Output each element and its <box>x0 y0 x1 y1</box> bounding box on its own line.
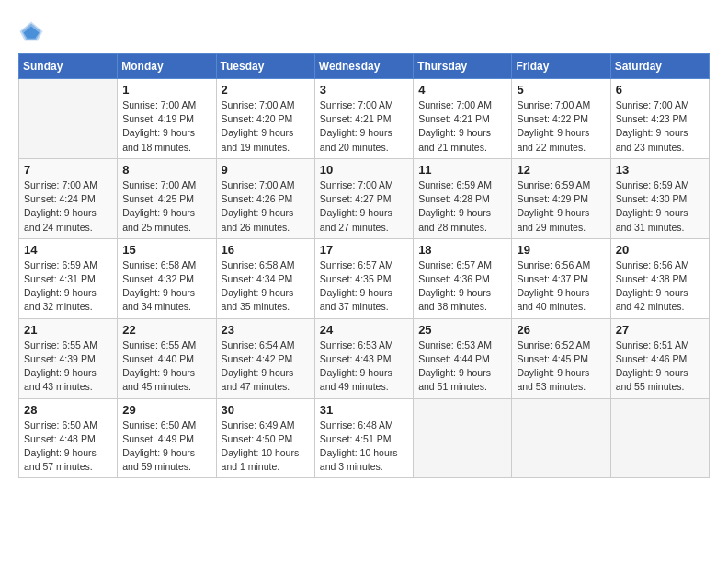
day-info: Sunrise: 7:00 AM Sunset: 4:27 PM Dayligh… <box>320 178 408 235</box>
day-info: Sunrise: 6:59 AM Sunset: 4:31 PM Dayligh… <box>24 259 112 315</box>
calendar-week-row: 7Sunrise: 7:00 AM Sunset: 4:24 PM Daylig… <box>19 158 710 238</box>
day-number: 28 <box>24 403 112 417</box>
day-number: 15 <box>122 243 210 257</box>
calendar-cell: 22Sunrise: 6:55 AM Sunset: 4:40 PM Dayli… <box>118 318 216 398</box>
calendar-cell: 4Sunrise: 7:00 AM Sunset: 4:21 PM Daylig… <box>414 79 512 159</box>
day-number: 11 <box>418 163 506 177</box>
calendar-cell: 29Sunrise: 6:50 AM Sunset: 4:49 PM Dayli… <box>118 398 216 478</box>
day-info: Sunrise: 6:53 AM Sunset: 4:43 PM Dayligh… <box>320 339 408 395</box>
day-info: Sunrise: 7:00 AM Sunset: 4:26 PM Dayligh… <box>222 178 310 235</box>
day-info: Sunrise: 6:50 AM Sunset: 4:49 PM Dayligh… <box>122 419 210 475</box>
calendar-cell: 21Sunrise: 6:55 AM Sunset: 4:39 PM Dayli… <box>19 318 118 398</box>
day-info: Sunrise: 6:55 AM Sunset: 4:39 PM Dayligh… <box>24 339 112 395</box>
calendar-cell: 3Sunrise: 7:00 AM Sunset: 4:21 PM Daylig… <box>314 79 413 159</box>
calendar-week-row: 14Sunrise: 6:59 AM Sunset: 4:31 PM Dayli… <box>19 238 710 318</box>
day-number: 29 <box>122 403 210 417</box>
day-info: Sunrise: 7:00 AM Sunset: 4:19 PM Dayligh… <box>122 98 210 155</box>
calendar-cell: 15Sunrise: 6:58 AM Sunset: 4:32 PM Dayli… <box>118 238 216 318</box>
day-info: Sunrise: 6:54 AM Sunset: 4:42 PM Dayligh… <box>222 339 310 395</box>
day-number: 1 <box>122 83 210 97</box>
day-info: Sunrise: 6:53 AM Sunset: 4:44 PM Dayligh… <box>418 339 506 395</box>
day-header-friday: Friday <box>512 54 610 79</box>
day-header-monday: Monday <box>118 54 216 79</box>
day-info: Sunrise: 6:57 AM Sunset: 4:35 PM Dayligh… <box>320 259 408 315</box>
day-info: Sunrise: 6:58 AM Sunset: 4:34 PM Dayligh… <box>222 259 310 315</box>
calendar-cell: 7Sunrise: 7:00 AM Sunset: 4:24 PM Daylig… <box>19 158 118 238</box>
calendar-week-row: 21Sunrise: 6:55 AM Sunset: 4:39 PM Dayli… <box>19 318 710 398</box>
day-number: 18 <box>418 243 506 257</box>
calendar-cell: 8Sunrise: 7:00 AM Sunset: 4:25 PM Daylig… <box>118 158 216 238</box>
calendar-table: SundayMondayTuesdayWednesdayThursdayFrid… <box>18 53 710 478</box>
calendar-cell: 12Sunrise: 6:59 AM Sunset: 4:29 PM Dayli… <box>512 158 610 238</box>
day-number: 23 <box>222 323 310 337</box>
day-info: Sunrise: 6:59 AM Sunset: 4:30 PM Dayligh… <box>616 178 704 235</box>
calendar-cell: 26Sunrise: 6:52 AM Sunset: 4:45 PM Dayli… <box>512 318 610 398</box>
day-number: 21 <box>24 323 112 337</box>
day-info: Sunrise: 6:51 AM Sunset: 4:46 PM Dayligh… <box>616 339 704 395</box>
day-number: 24 <box>320 323 408 337</box>
day-number: 31 <box>320 403 408 417</box>
day-info: Sunrise: 6:55 AM Sunset: 4:40 PM Dayligh… <box>122 339 210 395</box>
day-number: 19 <box>517 243 605 257</box>
calendar-cell: 25Sunrise: 6:53 AM Sunset: 4:44 PM Dayli… <box>414 318 512 398</box>
day-number: 3 <box>320 83 408 97</box>
calendar-cell: 11Sunrise: 6:59 AM Sunset: 4:28 PM Dayli… <box>414 158 512 238</box>
day-number: 14 <box>24 243 112 257</box>
calendar-cell: 6Sunrise: 7:00 AM Sunset: 4:23 PM Daylig… <box>610 79 709 159</box>
calendar-cell: 20Sunrise: 6:56 AM Sunset: 4:38 PM Dayli… <box>610 238 709 318</box>
day-info: Sunrise: 7:00 AM Sunset: 4:25 PM Dayligh… <box>122 178 210 235</box>
day-info: Sunrise: 6:58 AM Sunset: 4:32 PM Dayligh… <box>122 259 210 315</box>
day-info: Sunrise: 6:52 AM Sunset: 4:45 PM Dayligh… <box>517 339 605 395</box>
calendar-cell: 5Sunrise: 7:00 AM Sunset: 4:22 PM Daylig… <box>512 79 610 159</box>
calendar-cell: 10Sunrise: 7:00 AM Sunset: 4:27 PM Dayli… <box>314 158 413 238</box>
calendar-cell <box>512 398 610 478</box>
calendar-cell: 24Sunrise: 6:53 AM Sunset: 4:43 PM Dayli… <box>314 318 413 398</box>
calendar-cell: 31Sunrise: 6:48 AM Sunset: 4:51 PM Dayli… <box>314 398 413 478</box>
day-number: 17 <box>320 243 408 257</box>
day-info: Sunrise: 6:50 AM Sunset: 4:48 PM Dayligh… <box>24 419 112 475</box>
day-info: Sunrise: 6:56 AM Sunset: 4:38 PM Dayligh… <box>616 259 704 315</box>
day-number: 16 <box>222 243 310 257</box>
calendar-cell: 19Sunrise: 6:56 AM Sunset: 4:37 PM Dayli… <box>512 238 610 318</box>
logo <box>18 18 48 44</box>
day-info: Sunrise: 6:48 AM Sunset: 4:51 PM Dayligh… <box>320 419 408 475</box>
calendar-cell: 30Sunrise: 6:49 AM Sunset: 4:50 PM Dayli… <box>216 398 314 478</box>
calendar-week-row: 1Sunrise: 7:00 AM Sunset: 4:19 PM Daylig… <box>19 79 710 159</box>
calendar-cell: 13Sunrise: 6:59 AM Sunset: 4:30 PM Dayli… <box>610 158 709 238</box>
day-number: 12 <box>517 163 605 177</box>
day-number: 20 <box>616 243 704 257</box>
day-info: Sunrise: 7:00 AM Sunset: 4:24 PM Dayligh… <box>24 178 112 235</box>
calendar-cell: 18Sunrise: 6:57 AM Sunset: 4:36 PM Dayli… <box>414 238 512 318</box>
day-number: 9 <box>222 163 310 177</box>
day-info: Sunrise: 7:00 AM Sunset: 4:22 PM Dayligh… <box>517 98 605 155</box>
day-number: 4 <box>418 83 506 97</box>
day-header-saturday: Saturday <box>610 54 709 79</box>
day-info: Sunrise: 6:59 AM Sunset: 4:28 PM Dayligh… <box>418 178 506 235</box>
calendar-cell: 27Sunrise: 6:51 AM Sunset: 4:46 PM Dayli… <box>610 318 709 398</box>
day-header-sunday: Sunday <box>19 54 118 79</box>
day-header-wednesday: Wednesday <box>314 54 413 79</box>
day-number: 27 <box>616 323 704 337</box>
calendar-week-row: 28Sunrise: 6:50 AM Sunset: 4:48 PM Dayli… <box>19 398 710 478</box>
day-header-thursday: Thursday <box>414 54 512 79</box>
calendar-cell: 1Sunrise: 7:00 AM Sunset: 4:19 PM Daylig… <box>118 79 216 159</box>
day-info: Sunrise: 6:59 AM Sunset: 4:29 PM Dayligh… <box>517 178 605 235</box>
day-header-tuesday: Tuesday <box>216 54 314 79</box>
day-number: 7 <box>24 163 112 177</box>
day-number: 30 <box>222 403 310 417</box>
day-number: 5 <box>517 83 605 97</box>
day-number: 2 <box>222 83 310 97</box>
day-number: 8 <box>122 163 210 177</box>
calendar-cell: 23Sunrise: 6:54 AM Sunset: 4:42 PM Dayli… <box>216 318 314 398</box>
day-info: Sunrise: 7:00 AM Sunset: 4:21 PM Dayligh… <box>320 98 408 155</box>
calendar-cell <box>610 398 709 478</box>
day-number: 6 <box>616 83 704 97</box>
day-number: 13 <box>616 163 704 177</box>
calendar-cell <box>414 398 512 478</box>
day-number: 22 <box>122 323 210 337</box>
calendar-cell: 17Sunrise: 6:57 AM Sunset: 4:35 PM Dayli… <box>314 238 413 318</box>
day-info: Sunrise: 7:00 AM Sunset: 4:20 PM Dayligh… <box>222 98 310 155</box>
day-info: Sunrise: 7:00 AM Sunset: 4:21 PM Dayligh… <box>418 98 506 155</box>
day-number: 25 <box>418 323 506 337</box>
calendar-cell <box>19 79 118 159</box>
